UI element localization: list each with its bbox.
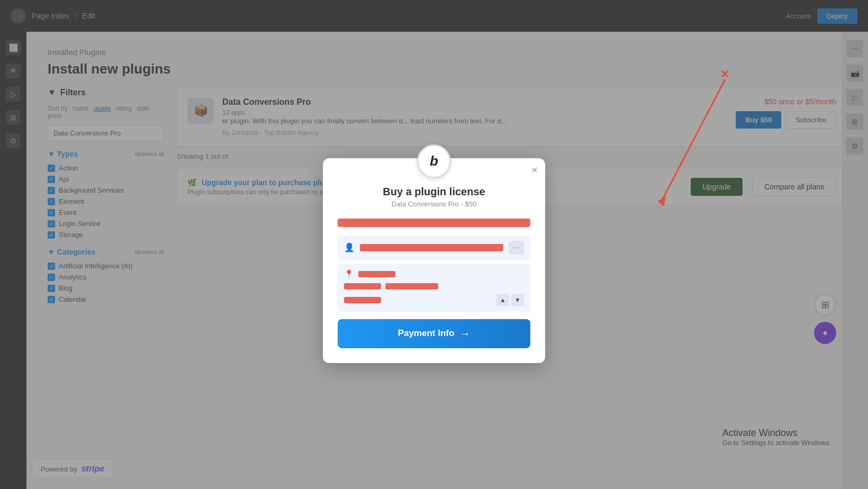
city-field-redacted bbox=[344, 283, 381, 289]
person-icon: 👤 bbox=[344, 242, 355, 252]
modal-overlay: b × Buy a plugin license Data Conversion… bbox=[0, 0, 868, 489]
modal-logo: b bbox=[417, 144, 451, 178]
more-options-button[interactable]: ··· bbox=[509, 241, 524, 255]
zip-field-redacted bbox=[344, 297, 381, 303]
modal-top-redacted bbox=[338, 219, 530, 227]
state-field-redacted bbox=[385, 283, 438, 289]
payment-info-button[interactable]: Payment Info → bbox=[338, 319, 530, 348]
zip-row: ▲ ▼ bbox=[344, 294, 524, 306]
country-field-redacted bbox=[358, 271, 395, 277]
location-icon: 📍 bbox=[344, 269, 354, 279]
modal-title: Buy a plugin license bbox=[338, 186, 530, 198]
modal-subtitle: Data Conversions Pro - $50 bbox=[338, 200, 530, 208]
payment-btn-label: Payment Info bbox=[398, 328, 455, 339]
payment-btn-arrow-icon: → bbox=[459, 328, 470, 340]
name-field-redacted bbox=[360, 244, 503, 251]
buy-license-modal: b × Buy a plugin license Data Conversion… bbox=[323, 158, 545, 363]
address-form-row: 📍 ▲ ▼ bbox=[338, 264, 530, 312]
address-row-inner: 📍 bbox=[344, 269, 524, 279]
card-input-row[interactable]: 👤 ··· bbox=[338, 236, 530, 260]
address-sub-row bbox=[344, 283, 524, 289]
stepper-up[interactable]: ▲ bbox=[496, 294, 509, 306]
modal-close-button[interactable]: × bbox=[531, 165, 538, 175]
stepper-down[interactable]: ▼ bbox=[511, 294, 524, 306]
